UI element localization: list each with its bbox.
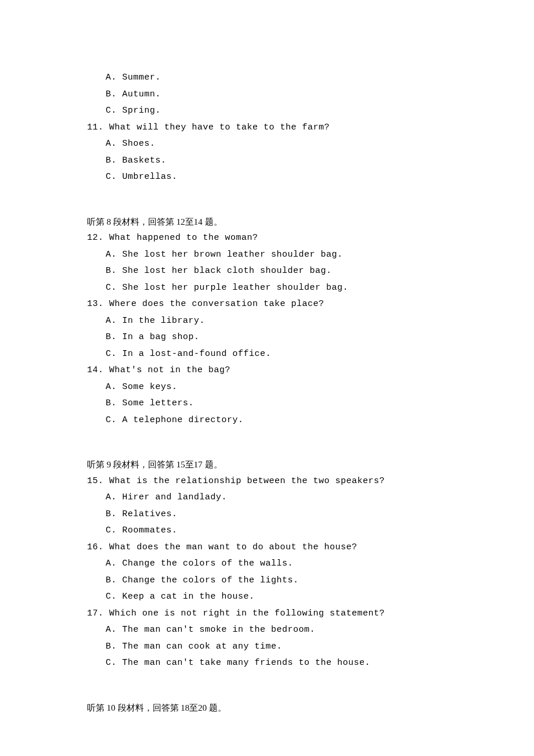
option-text: C. In a lost-and-found office. xyxy=(87,346,447,363)
question-11: 11. What will they have to take to the f… xyxy=(87,120,447,136)
option-text: C. Umbrellas. xyxy=(87,169,447,186)
spacer xyxy=(87,672,447,686)
option-text: A. Change the colors of the walls. xyxy=(87,556,447,573)
question-14: 14. What's not in the bag? xyxy=(87,362,447,379)
section-9-header: 听第 9 段材料，回答第 15至17 题。 xyxy=(87,456,447,473)
question-16: 16. What does the man want to do about t… xyxy=(87,539,447,556)
option-text: A. The man can't smoke in the bedroom. xyxy=(87,622,447,639)
option-text: B. Baskets. xyxy=(87,153,447,170)
spacer xyxy=(87,429,447,442)
option-text: A. Hirer and landlady. xyxy=(87,489,447,506)
option-text: C. Keep a cat in the house. xyxy=(87,589,447,606)
option-text: B. Change the colors of the lights. xyxy=(87,573,447,589)
option-text: B. Some letters. xyxy=(87,395,447,412)
question-13: 13. Where does the conversation take pla… xyxy=(87,296,447,313)
section-8-header: 听第 8 段材料，回答第 12至14 题。 xyxy=(87,214,447,231)
question-17: 17. Which one is not right in the follow… xyxy=(87,606,447,622)
option-text: B. She lost her black cloth shoulder bag… xyxy=(87,263,447,280)
spacer xyxy=(87,186,447,200)
option-text: B. Autumn. xyxy=(87,87,447,103)
option-text: A. She lost her brown leather shoulder b… xyxy=(87,247,447,264)
option-text: A. Summer. xyxy=(87,70,447,87)
section-10-header: 听第 10 段材料，回答第 18至20 题。 xyxy=(87,700,447,717)
option-text: C. Roommates. xyxy=(87,523,447,539)
option-text: B. In a bag shop. xyxy=(87,329,447,346)
option-text: A. Some keys. xyxy=(87,379,447,396)
option-text: C. Spring. xyxy=(87,103,447,120)
question-12: 12. What happened to the woman? xyxy=(87,230,447,247)
option-text: C. The man can't take many friends to th… xyxy=(87,655,447,672)
option-text: A. In the library. xyxy=(87,313,447,330)
page-container: A. Summer. B. Autumn. C. Spring. 11. Wha… xyxy=(0,0,534,756)
option-text: C. A telephone directory. xyxy=(87,412,447,429)
option-text: B. The man can cook at any time. xyxy=(87,639,447,656)
option-text: B. Relatives. xyxy=(87,506,447,523)
question-15: 15. What is the relationship between the… xyxy=(87,473,447,490)
option-text: C. She lost her purple leather shoulder … xyxy=(87,280,447,297)
option-text: A. Shoes. xyxy=(87,136,447,153)
